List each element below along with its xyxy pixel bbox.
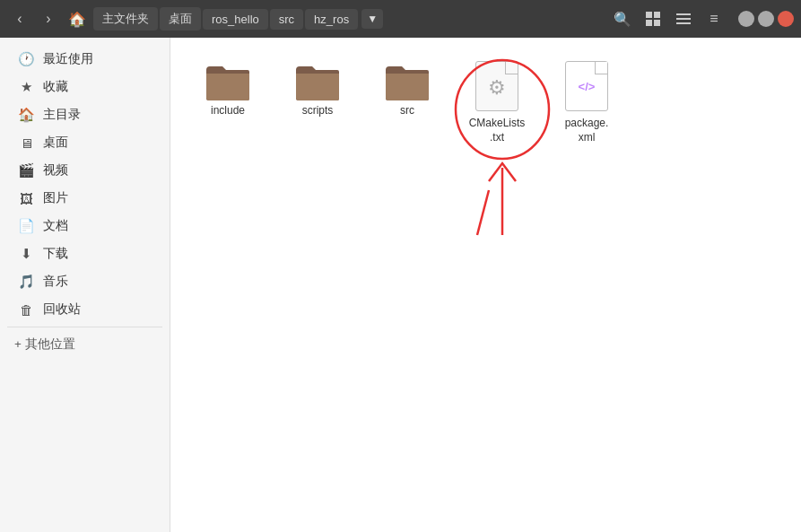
breadcrumb-ros-hello-label: ros_hello <box>212 13 259 26</box>
video-icon: 🎬 <box>18 162 34 179</box>
file-item-scripts[interactable]: scripts <box>282 56 353 124</box>
file-item-cmakelists[interactable]: ⚙ CMakeLists.txt <box>461 56 533 150</box>
breadcrumb-hz-ros-label: hz_ros <box>314 13 349 26</box>
search-button[interactable]: 🔍 <box>609 5 636 32</box>
file-area: include scripts src <box>170 38 801 532</box>
svg-rect-3 <box>654 20 660 26</box>
maximize-button[interactable]: □ <box>758 11 774 27</box>
file-label-package-xml: package.xml <box>565 117 609 144</box>
breadcrumb: 主文件夹 桌面 ros_hello src hz_ros ▼ <box>93 7 605 31</box>
sidebar-item-video-label: 视频 <box>43 162 68 179</box>
breadcrumb-home-label: 主文件夹 <box>102 11 149 27</box>
svg-rect-4 <box>676 13 691 15</box>
svg-rect-2 <box>646 20 652 26</box>
svg-rect-5 <box>676 18 691 20</box>
main-area: 🕐 最近使用 ★ 收藏 🏠 主目录 🖥 桌面 🎬 视频 🖼 图片 📄 文档 ⬇ <box>0 38 801 532</box>
sidebar-item-pictures-label: 图片 <box>43 190 68 206</box>
minimize-button[interactable]: − <box>738 11 754 27</box>
sidebar-item-downloads[interactable]: ⬇ 下载 <box>4 240 166 267</box>
sidebar: 🕐 最近使用 ★ 收藏 🏠 主目录 🖥 桌面 🎬 视频 🖼 图片 📄 文档 ⬇ <box>0 38 170 532</box>
sidebar-item-desktop-label: 桌面 <box>43 135 68 151</box>
file-label-scripts: scripts <box>302 104 334 118</box>
file-label-src: src <box>400 104 414 118</box>
file-item-src[interactable]: src <box>371 56 443 124</box>
folder-icon-include <box>203 61 253 104</box>
titlebar-right: 🔍 ≡ <box>609 5 727 32</box>
favorites-icon: ★ <box>18 79 34 95</box>
trash-icon: 🗑 <box>18 302 34 318</box>
svg-rect-0 <box>646 12 652 18</box>
titlebar: ‹ › 🏠 主文件夹 桌面 ros_hello src hz_ros ▼ 🔍 <box>0 0 801 38</box>
sidebar-item-home-label: 主目录 <box>43 107 81 123</box>
close-button[interactable]: × <box>778 11 794 27</box>
sidebar-item-home[interactable]: 🏠 主目录 <box>4 101 166 128</box>
nav-forward-button[interactable]: › <box>36 6 61 31</box>
docs-icon: 📄 <box>18 218 34 234</box>
sidebar-item-pictures[interactable]: 🖼 图片 <box>4 185 166 212</box>
sidebar-item-downloads-label: 下载 <box>43 246 68 262</box>
folder-icon-scripts <box>292 61 343 104</box>
breadcrumb-home[interactable]: 主文件夹 <box>93 7 158 31</box>
sidebar-item-music-label: 音乐 <box>43 274 68 290</box>
file-label-include: include <box>211 104 245 118</box>
svg-rect-6 <box>676 22 691 24</box>
sidebar-item-docs-label: 文档 <box>43 218 68 234</box>
breadcrumb-src-label: src <box>279 13 294 26</box>
file-item-include[interactable]: include <box>192 56 264 124</box>
sidebar-item-docs[interactable]: 📄 文档 <box>4 213 166 240</box>
sidebar-item-music[interactable]: 🎵 音乐 <box>4 268 166 295</box>
recent-icon: 🕐 <box>18 51 34 67</box>
view-toggle-button[interactable] <box>640 5 666 32</box>
sidebar-item-favorites[interactable]: ★ 收藏 <box>4 74 166 100</box>
cmake-file-icon: ⚙ <box>475 61 518 111</box>
svg-line-9 <box>477 190 489 235</box>
sidebar-divider <box>7 327 162 327</box>
sidebar-item-favorites-label: 收藏 <box>43 79 68 95</box>
desktop-icon: 🖥 <box>18 135 34 151</box>
sidebar-item-video[interactable]: 🎬 视频 <box>4 157 166 184</box>
other-locations-label: + 其他位置 <box>14 336 75 353</box>
music-icon: 🎵 <box>18 274 34 290</box>
breadcrumb-desktop-label: 桌面 <box>169 11 192 27</box>
nav-back-button[interactable]: ‹ <box>7 6 32 31</box>
xml-file-icon: </> <box>565 61 608 111</box>
breadcrumb-dropdown-button[interactable]: ▼ <box>361 9 383 29</box>
sidebar-item-trash-label: 回收站 <box>43 301 81 318</box>
menu-button[interactable]: ≡ <box>701 5 727 32</box>
breadcrumb-ros-hello[interactable]: ros_hello <box>203 9 268 30</box>
file-item-package-xml[interactable]: </> package.xml <box>551 56 623 150</box>
sidebar-other-locations[interactable]: + 其他位置 <box>0 331 170 358</box>
sidebar-item-desktop[interactable]: 🖥 桌面 <box>4 129 166 156</box>
sidebar-item-trash[interactable]: 🗑 回收站 <box>4 296 166 323</box>
pictures-icon: 🖼 <box>18 191 34 206</box>
home-dir-icon: 🏠 <box>18 107 34 123</box>
breadcrumb-src[interactable]: src <box>270 9 303 30</box>
sidebar-item-recent[interactable]: 🕐 最近使用 <box>4 46 166 73</box>
window-controls: − □ × <box>738 11 794 27</box>
home-button[interactable]: 🏠 <box>65 6 90 31</box>
file-grid: include scripts src <box>192 56 779 150</box>
folder-icon-src <box>382 61 432 104</box>
file-label-cmakelists: CMakeLists.txt <box>469 117 526 144</box>
view-list-button[interactable] <box>670 5 697 32</box>
breadcrumb-desktop[interactable]: 桌面 <box>160 7 201 31</box>
sidebar-item-recent-label: 最近使用 <box>43 51 93 67</box>
svg-rect-1 <box>654 12 660 18</box>
breadcrumb-hz-ros[interactable]: hz_ros <box>305 9 358 30</box>
downloads-icon: ⬇ <box>18 246 34 262</box>
